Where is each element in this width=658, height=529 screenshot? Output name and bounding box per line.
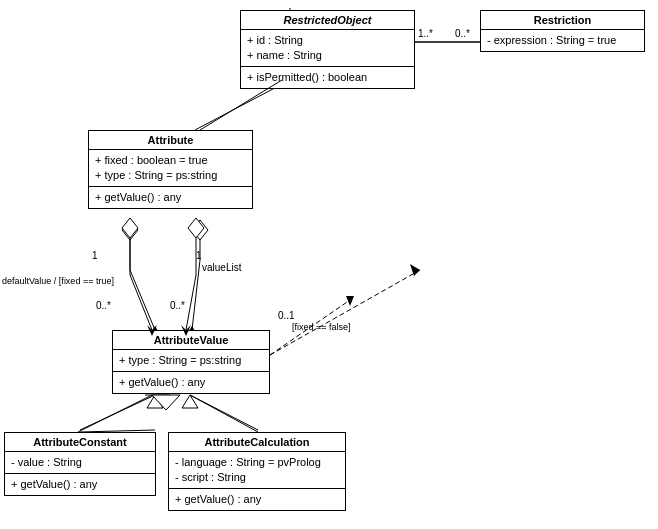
- mult-0star-a: 0..*: [96, 300, 111, 311]
- restricted-object-header: RestrictedObject: [241, 11, 414, 30]
- svg-line-31: [78, 395, 152, 432]
- attribute-calculation-methods: + getValue() : any: [169, 489, 345, 510]
- multiplicity-0star: 0..*: [455, 28, 470, 39]
- svg-line-25: [186, 275, 196, 330]
- multiplicity-1star: 1..*: [418, 28, 433, 39]
- attribute-value-header: AttributeValue: [113, 331, 269, 350]
- attribute-constant-attributes: - value : String: [5, 452, 155, 474]
- mult-one-a: 1: [92, 250, 98, 261]
- svg-line-10: [80, 395, 155, 430]
- svg-line-12: [190, 395, 258, 430]
- svg-marker-8: [192, 220, 208, 240]
- svg-line-21: [130, 275, 152, 330]
- attribute-constant-header: AttributeConstant: [5, 433, 155, 452]
- attribute-calculation-header: AttributeCalculation: [169, 433, 345, 452]
- svg-marker-11: [147, 395, 163, 408]
- svg-line-32: [190, 395, 258, 432]
- attribute-calculation-class: AttributeCalculation - language : String…: [168, 432, 346, 511]
- restriction-header: Restriction: [481, 11, 644, 30]
- restricted-object-attributes: + id : String + name : String: [241, 30, 414, 67]
- label-defaultvalue: defaultValue / [fixed == true]: [2, 276, 114, 286]
- svg-marker-13: [182, 395, 198, 408]
- attribute-attributes: + fixed : boolean = true + type : String…: [89, 150, 252, 187]
- svg-marker-4: [122, 220, 138, 240]
- attribute-header: Attribute: [89, 131, 252, 150]
- attribute-value-class: AttributeValue + type : String = ps:stri…: [112, 330, 270, 394]
- svg-marker-23: [188, 218, 204, 238]
- attribute-calculation-attributes: - language : String = pvProlog - script …: [169, 452, 345, 489]
- attribute-methods: + getValue() : any: [89, 187, 252, 208]
- uml-diagram: RestrictedObject + id : String + name : …: [0, 0, 658, 529]
- attribute-value-methods: + getValue() : any: [113, 372, 269, 393]
- svg-marker-19: [122, 218, 138, 238]
- attribute-constant-methods: + getValue() : any: [5, 474, 155, 495]
- svg-marker-28: [346, 296, 354, 306]
- restricted-object-class: RestrictedObject + id : String + name : …: [240, 10, 415, 89]
- svg-marker-15: [410, 264, 420, 276]
- attribute-class: Attribute + fixed : boolean = true + typ…: [88, 130, 253, 209]
- svg-line-3: [130, 270, 155, 330]
- restriction-class: Restriction - expression : String = true: [480, 10, 645, 52]
- label-mult-01: 0..1: [278, 310, 295, 321]
- restricted-object-methods: + isPermitted() : boolean: [241, 67, 414, 88]
- attribute-value-attributes: + type : String = ps:string: [113, 350, 269, 372]
- restriction-attributes: - expression : String = true: [481, 30, 644, 51]
- mult-one-b: 1: [196, 250, 202, 261]
- attribute-constant-class: AttributeConstant - value : String + get…: [4, 432, 156, 496]
- label-valuelist: valueList: [202, 262, 241, 273]
- mult-0star-b: 0..*: [170, 300, 185, 311]
- svg-line-7: [192, 260, 200, 330]
- label-fixed-false: [fixed == false]: [292, 322, 351, 332]
- svg-marker-33: [152, 395, 180, 410]
